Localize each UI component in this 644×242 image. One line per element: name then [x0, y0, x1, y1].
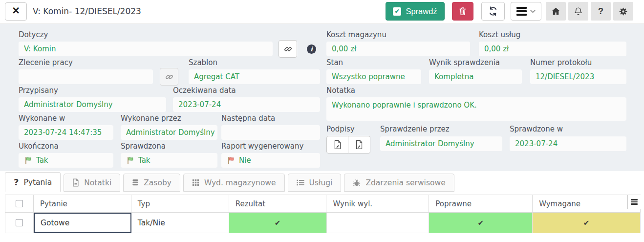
question-icon: ? — [598, 6, 603, 17]
questions-table: Pytanie Typ Rezultat Wynik wyl. Poprawne… — [5, 195, 641, 233]
sprawdzona-field[interactable]: Tak — [121, 153, 217, 168]
check-icon: ✔ — [583, 219, 590, 227]
sprawdz-button[interactable]: ✔ Sprawdź — [386, 2, 445, 21]
cell-wynik-wyl[interactable] — [327, 213, 429, 233]
tab-pytania[interactable]: ? Pytania — [5, 172, 61, 192]
file-signature-icon — [334, 140, 342, 150]
column-header-rezultat[interactable]: Rezultat — [229, 195, 327, 212]
koszt-magazynu-field[interactable]: 0,00 zł — [326, 42, 470, 56]
hamburger-icon — [631, 199, 638, 205]
tab-wyd-magazynowe[interactable]: Wyd. magazynowe — [183, 174, 285, 192]
bug-icon — [353, 179, 361, 187]
wynik-sprawdzenia-field[interactable]: Kompletna — [429, 69, 522, 84]
przypisany-field[interactable]: Administrator Domyślny — [19, 97, 166, 112]
szablon-field[interactable]: Agregat CAT — [189, 69, 320, 84]
green-flag-icon — [24, 156, 32, 165]
nastepna-data-field[interactable] — [221, 125, 320, 140]
tab-zasoby[interactable]: Zasoby — [123, 174, 180, 192]
close-icon: × — [12, 4, 20, 17]
raport-wygenerowany-field[interactable]: Nie — [221, 153, 320, 168]
form-section: Dotyczy V: Komin i Zlecenie pracy Szablo… — [0, 23, 644, 171]
cell-poprawne[interactable]: ✔ — [429, 213, 533, 233]
wykonane-przez-field[interactable]: Administrator Domyślny — [121, 125, 217, 140]
tab-label: Wyd. magazynowe — [204, 178, 276, 187]
settings-button[interactable] — [613, 2, 633, 21]
oczekiwana-data-label: Oczekiwana data — [173, 86, 236, 95]
note-file-icon — [72, 178, 79, 187]
tab-uslugi[interactable]: Usługi — [288, 174, 342, 192]
cell-rezultat[interactable]: ✔ — [229, 213, 327, 233]
checkbox-check-icon: ✔ — [393, 7, 401, 16]
tab-label: Zasoby — [144, 178, 172, 187]
koszt-uslug-field[interactable]: 0,00 zł — [479, 42, 626, 56]
sprawdzone-w-label: Sprawdzone w — [510, 125, 563, 133]
tab-zdarzenia-serwisowe[interactable]: Zdarzenia serwisowe — [344, 174, 454, 192]
hamburger-icon — [516, 7, 527, 16]
signature-document-button-2[interactable] — [348, 136, 370, 154]
table-columns-menu-button[interactable] — [627, 195, 641, 209]
home-icon — [551, 6, 561, 17]
nastepna-data-label: Następna data — [221, 114, 275, 123]
raport-wygenerowany-label: Raport wygenerowany — [221, 142, 303, 151]
wykonane-w-label: Wykonane w — [19, 114, 65, 123]
link-icon — [165, 72, 174, 82]
select-all-checkbox[interactable] — [16, 200, 23, 207]
wynik-sprawdzenia-label: Wynik sprawdzenia — [429, 58, 500, 67]
table-row[interactable]: Gotowe Tak/Nie ✔ ✔ ✔ — [5, 213, 641, 233]
cell-typ[interactable]: Tak/Nie — [131, 213, 229, 233]
cell-pytanie[interactable]: Gotowe — [34, 213, 131, 233]
green-flag-icon — [126, 156, 134, 165]
refresh-icon — [488, 6, 498, 17]
row-checkbox[interactable] — [16, 219, 23, 226]
tab-label: Pytania — [23, 178, 52, 187]
numer-protokolu-field[interactable]: 12/DIESEL/2023 — [530, 69, 626, 84]
wykonane-w-field[interactable]: 2023-07-24 14:47:35 — [19, 125, 113, 140]
raport-wygenerowany-value: Nie — [239, 156, 251, 165]
info-icon[interactable]: i — [307, 44, 316, 54]
column-header-pytanie[interactable]: Pytanie — [34, 195, 131, 212]
przypisany-label: Przypisany — [19, 86, 58, 95]
column-header-typ[interactable]: Typ — [131, 195, 229, 212]
page-title: V: Komin- 12/DIESEL/2023 — [33, 6, 141, 16]
stan-field[interactable]: Wszystko poprawne — [326, 69, 421, 84]
header: × V: Komin- 12/DIESEL/2023 ✔ Sprawdź — [0, 0, 644, 23]
zlecenie-link-button[interactable] — [160, 68, 178, 86]
home-button[interactable] — [546, 2, 566, 21]
tab-label: Usługi — [309, 178, 333, 187]
notifications-button[interactable] — [568, 2, 588, 21]
column-header-wymagane[interactable]: Wymagane — [533, 195, 641, 212]
dotyczy-label: Dotyczy — [19, 30, 48, 39]
zlecenie-pracy-field[interactable] — [19, 69, 153, 84]
cell-wymagane[interactable]: ✔ — [533, 213, 641, 233]
tab-label: Zdarzenia serwisowe — [365, 178, 445, 187]
menu-dropdown-button[interactable] — [511, 2, 541, 21]
dotyczy-link-button[interactable] — [279, 40, 297, 58]
select-all-cell — [5, 195, 34, 212]
sprawdzenie-przez-field[interactable]: Administrator Domyślny — [380, 136, 502, 151]
notatka-label: Notatka — [326, 86, 355, 95]
sprawdzona-label: Sprawdzona — [121, 142, 166, 151]
sprawdz-button-label: Sprawdź — [406, 7, 437, 16]
row-select-cell — [5, 213, 34, 233]
ukonczona-field[interactable]: Tak — [19, 153, 113, 168]
koszt-magazynu-label: Koszt magazynu — [326, 30, 386, 39]
delete-button[interactable] — [452, 2, 473, 21]
sprawdzenie-przez-label: Sprawdzenie przez — [380, 125, 450, 133]
dotyczy-field[interactable]: V: Komin — [19, 42, 273, 56]
file-signature-icon — [355, 140, 363, 150]
sprawdzone-w-field[interactable]: 2023-07-24 — [510, 136, 626, 151]
oczekiwana-data-field[interactable]: 2023-07-24 — [173, 97, 320, 112]
wykonane-przez-label: Wykonane przez — [121, 114, 181, 123]
work-order-detail-page: × V: Komin- 12/DIESEL/2023 ✔ Sprawdź — [0, 0, 644, 242]
ukonczona-label: Ukończona — [19, 142, 59, 151]
help-button[interactable]: ? — [591, 2, 611, 21]
close-button[interactable]: × — [5, 2, 27, 21]
refresh-button[interactable] — [481, 2, 505, 21]
notatka-field[interactable]: Wykonano poprawnie i sprawdzono OK. — [326, 97, 626, 121]
column-header-wynik-wyl[interactable]: Wynik wyl. — [326, 195, 429, 212]
ukonczona-value: Tak — [36, 156, 48, 165]
tab-notatki[interactable]: Notatki — [64, 174, 120, 192]
signature-document-button-1[interactable] — [326, 136, 348, 154]
gear-icon — [618, 6, 628, 17]
column-header-poprawne[interactable]: Poprawne — [429, 195, 533, 212]
